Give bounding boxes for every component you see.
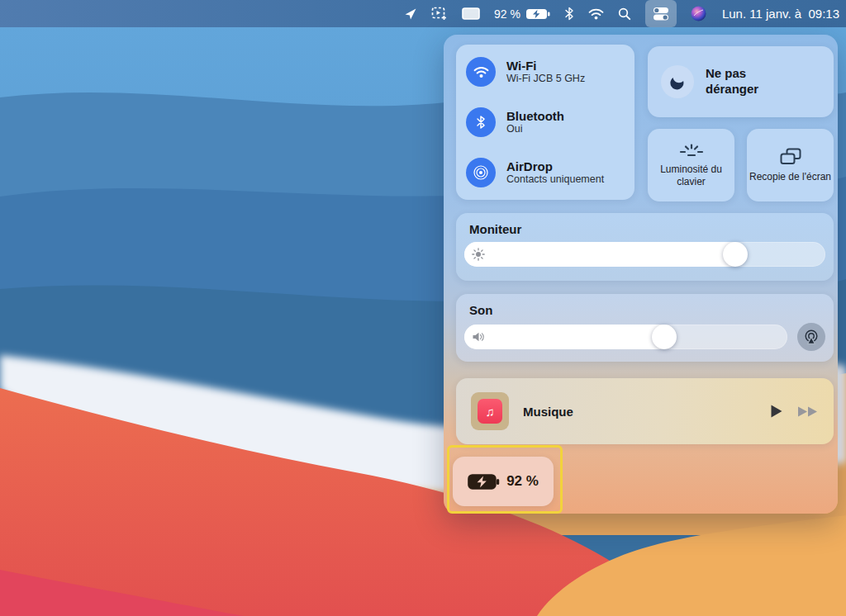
screen-mirroring-icon [780, 148, 801, 165]
location-services-icon[interactable] [404, 0, 417, 27]
battery-percent-text: 92 % [494, 7, 520, 21]
bluetooth-title: Bluetooth [506, 109, 564, 123]
do-not-disturb-label: Ne pas déranger [706, 66, 780, 97]
battery-highlight-annotation [447, 445, 563, 514]
battery-status[interactable]: 92 % [494, 0, 550, 27]
volume-slider[interactable] [464, 325, 787, 349]
music-app-icon: ♫ [478, 399, 502, 424]
brightness-sun-icon [472, 248, 485, 264]
screen-mirroring-label: Recopie de l'écran [749, 171, 831, 183]
moon-icon [661, 65, 694, 98]
brightness-knob[interactable] [723, 242, 748, 267]
sound-card: Son [456, 294, 834, 362]
fast-forward-button[interactable] [797, 405, 819, 418]
bluetooth-row[interactable]: Bluetooth Oui [466, 107, 625, 137]
control-center-icon[interactable] [645, 0, 677, 27]
keyboard-brightness-card[interactable]: Luminosité du clavier [648, 129, 734, 201]
play-button[interactable] [770, 404, 783, 419]
music-note-glyph: ♫ [485, 405, 494, 419]
brightness-fill [464, 242, 735, 267]
bluetooth-subtitle: Oui [506, 123, 564, 135]
display-brightness-card: Moniteur [456, 213, 834, 281]
menu-bar-clock[interactable]: Lun. 11 janv. à 09:13 [720, 0, 839, 27]
music-artwork: ♫ [471, 392, 509, 430]
airplay-audio-button[interactable] [797, 323, 825, 351]
menu-bar: 92 % [0, 0, 846, 27]
keyboard-brightness-icon [679, 143, 704, 158]
siri-icon[interactable] [691, 0, 706, 27]
desktop: 92 % [0, 0, 846, 616]
spotlight-search-icon[interactable] [618, 0, 631, 27]
display-menu-icon[interactable] [462, 0, 480, 27]
screen-capture-icon[interactable] [431, 0, 448, 27]
brightness-slider[interactable] [464, 242, 825, 267]
wifi-icon[interactable] [588, 0, 604, 27]
display-label: Moniteur [469, 222, 825, 236]
do-not-disturb-card[interactable]: Ne pas déranger [648, 46, 834, 117]
screen-mirroring-card[interactable]: Recopie de l'écran [747, 129, 834, 201]
volume-knob[interactable] [652, 325, 677, 349]
wifi-title: Wi-Fi [506, 59, 585, 73]
airdrop-title: AirDrop [506, 159, 604, 173]
keyboard-brightness-label: Luminosité du clavier [648, 163, 734, 188]
connectivity-card: Wi-Fi Wi-Fi JCB 5 GHz Bluetooth Oui [456, 45, 634, 200]
wifi-row[interactable]: Wi-Fi Wi-Fi JCB 5 GHz [466, 57, 625, 87]
airdrop-subtitle: Contacts uniquement [506, 173, 604, 186]
music-card: ♫ Musique [456, 378, 834, 444]
bluetooth-toggle-icon[interactable] [466, 107, 496, 137]
sound-label: Son [469, 303, 825, 317]
bluetooth-icon[interactable] [564, 0, 574, 27]
battery-charging-icon [525, 8, 550, 20]
wifi-toggle-icon[interactable] [466, 57, 496, 87]
wifi-subtitle: Wi-Fi JCB 5 GHz [506, 73, 585, 85]
control-center-panel: Wi-Fi Wi-Fi JCB 5 GHz Bluetooth Oui [444, 35, 838, 514]
airdrop-toggle-icon[interactable] [466, 158, 496, 187]
airdrop-row[interactable]: AirDrop Contacts uniquement [466, 158, 625, 187]
music-label: Musique [523, 405, 756, 419]
speaker-icon [472, 330, 486, 347]
volume-fill [464, 325, 664, 349]
